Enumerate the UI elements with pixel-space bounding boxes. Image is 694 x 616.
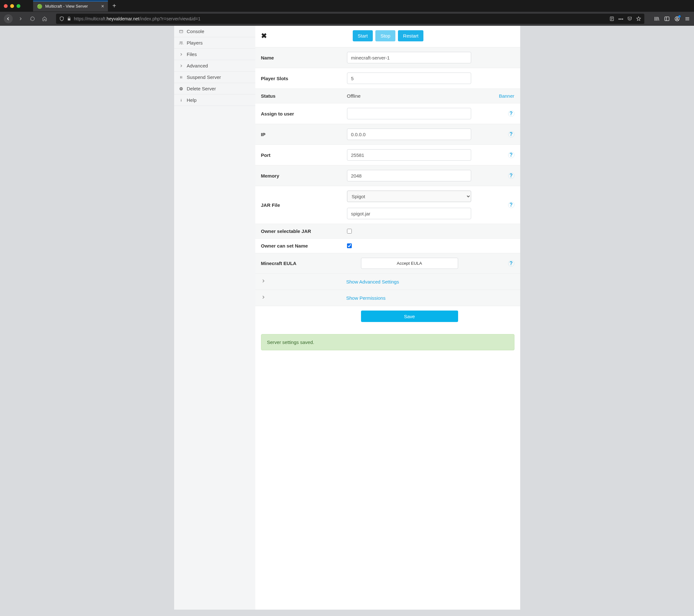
tab-bar: 🟢 Multicraft - View Server × +	[0, 0, 694, 12]
help-icon[interactable]: ?	[508, 152, 514, 158]
save-button[interactable]: Save	[361, 311, 458, 322]
row-port: Port ?	[255, 145, 520, 166]
player-slots-label: Player Slots	[261, 76, 347, 81]
sidebar-item-delete[interactable]: Delete Server	[174, 83, 255, 94]
url-bar-actions: •••	[609, 16, 641, 22]
toolbar-right	[654, 16, 690, 22]
info-icon	[179, 98, 184, 102]
stop-button[interactable]: Stop	[375, 30, 396, 41]
window-maximize-button[interactable]	[17, 4, 20, 8]
sidebar-toggle-icon[interactable]	[664, 16, 670, 22]
console-icon	[179, 29, 184, 34]
notification-dot-icon	[678, 15, 681, 18]
tracking-shield-icon[interactable]	[59, 16, 64, 21]
help-icon[interactable]: ?	[508, 202, 514, 208]
row-name: Name	[255, 48, 520, 68]
owner-name-checkbox[interactable]	[347, 243, 352, 248]
library-icon[interactable]	[654, 16, 660, 22]
server-actions-row: ✖ Start Stop Restart	[255, 26, 520, 48]
close-icon[interactable]: ✖	[261, 32, 267, 40]
reload-button[interactable]	[28, 14, 37, 23]
window-close-button[interactable]	[4, 4, 8, 8]
page-actions-icon[interactable]: •••	[618, 16, 623, 22]
back-button[interactable]	[4, 14, 13, 23]
window-controls	[4, 4, 20, 8]
sidebar-item-label: Players	[187, 40, 203, 45]
help-icon[interactable]: ?	[508, 260, 514, 267]
help-icon[interactable]: ?	[508, 131, 514, 137]
sidebar-item-advanced[interactable]: Advanced	[174, 60, 255, 72]
owner-name-label: Owner can set Name	[261, 243, 347, 248]
success-alert: Server settings saved.	[261, 334, 514, 350]
row-status: Status Offline Banner	[255, 89, 520, 104]
jar-select[interactable]: Spigot	[347, 191, 471, 202]
row-permissions[interactable]: Show Permissions	[255, 290, 520, 306]
status-value: Offline	[347, 93, 361, 99]
url-text: https://multicraft.heyvaldemar.net/index…	[74, 16, 607, 21]
sidebar-item-label: Files	[187, 52, 197, 57]
row-owner-jar: Owner selectable JAR	[255, 224, 520, 239]
chevron-right-icon	[261, 279, 266, 284]
restart-button[interactable]: Restart	[398, 30, 423, 41]
account-icon[interactable]	[674, 16, 680, 22]
memory-label: Memory	[261, 173, 347, 179]
url-bar[interactable]: https://multicraft.heyvaldemar.net/index…	[56, 14, 644, 24]
tab-close-icon[interactable]: ×	[101, 3, 104, 9]
assign-user-input[interactable]	[347, 108, 471, 119]
row-eula: Minecraft EULA Accept EULA ?	[255, 253, 520, 274]
port-input[interactable]	[347, 149, 471, 161]
svg-point-18	[181, 41, 182, 43]
player-slots-input[interactable]	[347, 73, 471, 84]
pause-icon	[179, 75, 184, 79]
help-icon[interactable]: ?	[508, 172, 514, 179]
sidebar-item-suspend[interactable]: Suspend Server	[174, 72, 255, 83]
tab-title: Multicraft - View Server	[45, 4, 98, 8]
home-button[interactable]	[40, 14, 49, 23]
sidebar-item-label: Advanced	[187, 63, 208, 69]
row-advanced-settings[interactable]: Show Advanced Settings	[255, 274, 520, 290]
sidebar-item-label: Suspend Server	[187, 74, 221, 80]
owner-jar-label: Owner selectable JAR	[261, 228, 347, 234]
jar-filename-input[interactable]	[347, 208, 471, 219]
ip-label: IP	[261, 132, 347, 137]
sidebar-item-console[interactable]: Console	[174, 26, 255, 37]
owner-jar-checkbox[interactable]	[347, 229, 352, 234]
sidebar-item-files[interactable]: Files	[174, 49, 255, 60]
svg-rect-8	[665, 17, 669, 21]
row-ip: IP ?	[255, 124, 520, 145]
row-save: Save	[255, 306, 520, 326]
lock-icon[interactable]	[67, 17, 71, 21]
memory-input[interactable]	[347, 170, 471, 181]
row-assign-user: Assign to user ?	[255, 104, 520, 124]
reader-mode-icon[interactable]	[609, 16, 615, 21]
page-body: Console Players Files Advanced	[0, 26, 694, 616]
name-input[interactable]	[347, 52, 471, 63]
accept-eula-button[interactable]: Accept EULA	[361, 258, 458, 269]
new-tab-button[interactable]: +	[112, 2, 116, 10]
show-permissions-link[interactable]: Show Permissions	[346, 295, 385, 301]
row-player-slots: Player Slots	[255, 68, 520, 89]
show-advanced-link[interactable]: Show Advanced Settings	[346, 279, 399, 284]
chevron-right-icon	[261, 295, 266, 301]
row-owner-name: Owner can set Name	[255, 239, 520, 253]
app-menu-icon[interactable]	[684, 16, 690, 22]
bookmark-icon[interactable]	[636, 16, 641, 21]
svg-rect-15	[179, 30, 183, 33]
sidebar-item-help[interactable]: Help	[174, 94, 255, 106]
svg-rect-24	[181, 100, 181, 101]
server-action-buttons: Start Stop Restart	[353, 30, 424, 41]
svg-point-17	[180, 41, 181, 43]
start-button[interactable]: Start	[353, 30, 373, 41]
ip-input[interactable]	[347, 129, 471, 140]
jar-file-label: JAR File	[261, 202, 347, 208]
browser-tab[interactable]: 🟢 Multicraft - View Server ×	[33, 1, 108, 12]
svg-rect-19	[180, 76, 181, 78]
pocket-icon[interactable]	[627, 16, 632, 21]
players-icon	[179, 41, 184, 45]
help-icon[interactable]: ?	[508, 110, 514, 117]
window-minimize-button[interactable]	[10, 4, 14, 8]
forward-button[interactable]	[16, 14, 25, 23]
banner-link[interactable]: Banner	[499, 93, 514, 99]
eula-label: Minecraft EULA	[261, 261, 347, 266]
sidebar-item-players[interactable]: Players	[174, 37, 255, 49]
